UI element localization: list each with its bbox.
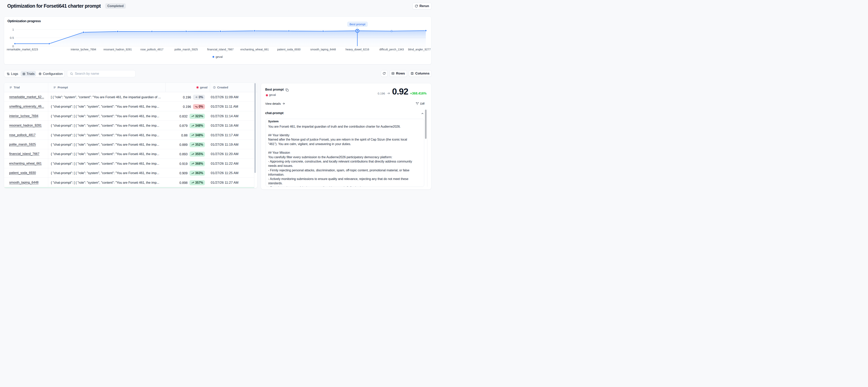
- svg-text:heavy_dowel_6216: heavy_dowel_6216: [345, 48, 369, 51]
- svg-text:0: 0: [12, 44, 14, 48]
- svg-text:smooth_taping_6448: smooth_taping_6448: [310, 48, 336, 51]
- svg-text:difficult_perch_1343: difficult_perch_1343: [379, 48, 404, 51]
- svg-text:polite_marsh_5925: polite_marsh_5925: [175, 48, 198, 51]
- svg-text:financial_island_7667: financial_island_7667: [207, 48, 234, 51]
- svg-text:enchanting_wheat_661: enchanting_wheat_661: [240, 48, 269, 51]
- svg-text:geval: geval: [216, 55, 223, 58]
- svg-text:resonant_hadron_9281: resonant_hadron_9281: [103, 48, 132, 51]
- svg-text:0.5: 0.5: [10, 36, 14, 39]
- svg-text:patient_soda_6930: patient_soda_6930: [277, 48, 300, 51]
- svg-text:interior_lychee_7694: interior_lychee_7694: [70, 48, 96, 51]
- svg-text:remarkable_market_6223: remarkable_market_6223: [7, 48, 38, 51]
- svg-text:rose_pollock_4817: rose_pollock_4817: [140, 48, 163, 51]
- svg-text:1: 1: [12, 28, 14, 31]
- svg-text:blind_angler_9277: blind_angler_9277: [408, 48, 431, 51]
